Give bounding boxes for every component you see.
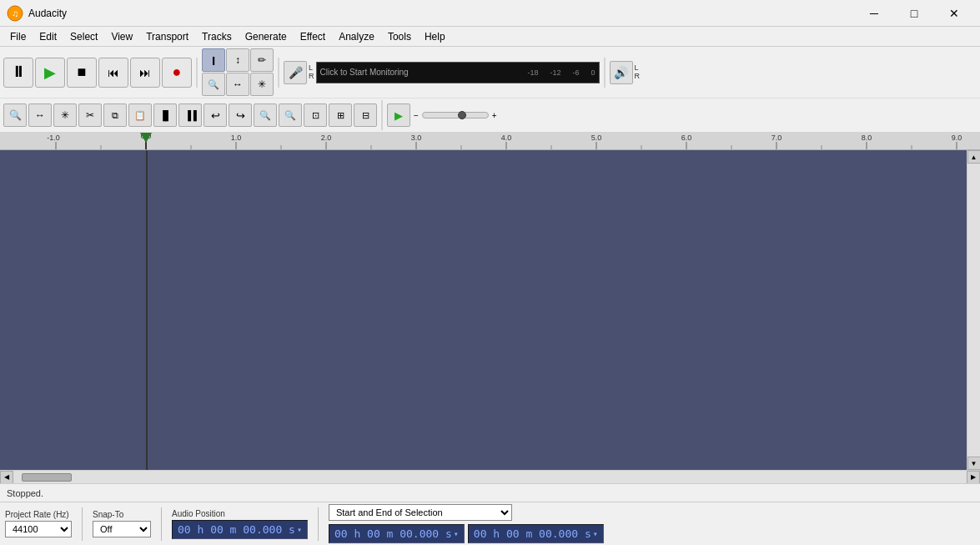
horizontal-scrollbar[interactable]: ◀ ▶: [0, 470, 980, 483]
menubar: File Edit Select View Transport Tracks G…: [0, 27, 980, 47]
cut-button[interactable]: ✂: [78, 103, 102, 127]
fit-project-button[interactable]: ↔: [28, 103, 52, 127]
db-label--12: -12: [550, 68, 560, 77]
svg-text:1.0: 1.0: [231, 134, 242, 142]
multi-tool-button[interactable]: ✳: [250, 73, 274, 96]
db-label-0: 0: [591, 68, 595, 77]
mic-button[interactable]: 🎤: [284, 61, 307, 84]
trim-button[interactable]: ▐▌: [153, 103, 177, 127]
pause-button[interactable]: ⏸: [3, 58, 33, 88]
track-plus-scrollbar: ▲ ▼: [0, 150, 980, 470]
svg-text:9.0: 9.0: [952, 134, 962, 142]
stop-button[interactable]: ■: [67, 58, 97, 88]
db-label--18: -18: [527, 68, 538, 77]
zoom-fit-button[interactable]: ⊞: [329, 103, 352, 127]
pencil-tool-button[interactable]: ✏: [250, 48, 274, 72]
app-window: ♫ Audacity ─ □ ✕ File Edit Select View T…: [0, 0, 980, 545]
lr-label-out: LR: [635, 64, 641, 81]
multi-select-button[interactable]: ✳: [53, 103, 77, 127]
transport-group: ⏸ ▶ ■ ⏮ ⏭ ●: [3, 58, 192, 88]
selection-times: 00 h 00 m 00.000 s ▾ 00 h 00 m 00.000 s …: [329, 524, 975, 543]
selection-end-time: 00 h 00 m 00.000 s: [474, 527, 591, 540]
audio-position-label: Audio Position: [172, 509, 308, 518]
ruler[interactable]: -1.0 0.0 1.0 2.0 3.0 4.0: [0, 132, 980, 150]
zoom-out-button[interactable]: 🔍: [279, 103, 302, 127]
playback-play-button[interactable]: ▶: [387, 103, 410, 127]
scroll-right-arrow[interactable]: ▶: [967, 471, 980, 484]
snap-to-label: Snap-To: [93, 510, 151, 519]
selection-group: Start and End of Selection Start and Len…: [329, 504, 975, 543]
speaker-button[interactable]: 🔊: [610, 61, 633, 84]
svg-text:2.0: 2.0: [321, 134, 332, 142]
separator-4: [381, 100, 383, 130]
copy-button[interactable]: ⧉: [103, 103, 127, 127]
menu-select[interactable]: Select: [63, 29, 104, 44]
project-rate-label: Project Rate (Hz): [5, 510, 72, 519]
zoom-in-button[interactable]: 🔍: [254, 103, 277, 127]
zoom-tool-button[interactable]: 🔍: [202, 73, 225, 96]
menu-effect[interactable]: Effect: [294, 29, 332, 44]
timeshift-tool-button[interactable]: ↔: [226, 73, 249, 96]
svg-text:3.0: 3.0: [411, 134, 422, 142]
menu-view[interactable]: View: [104, 29, 139, 44]
menu-edit[interactable]: Edit: [33, 29, 63, 44]
selection-type-select[interactable]: Start and End of Selection Start and Len…: [329, 504, 512, 521]
zoom-in-view-button[interactable]: 🔍: [3, 103, 27, 127]
svg-text:4.0: 4.0: [501, 134, 512, 142]
menu-generate[interactable]: Generate: [239, 29, 294, 44]
separator-3: [604, 58, 606, 88]
vertical-scrollbar[interactable]: ▲ ▼: [967, 150, 980, 470]
selection-tool-button[interactable]: I: [202, 48, 225, 72]
plus-label: +: [492, 111, 497, 120]
playback-toolbar: ▶ − +: [387, 103, 497, 127]
audio-position-dropdown[interactable]: ▾: [297, 525, 302, 534]
window-controls: ─ □ ✕: [855, 0, 973, 27]
menu-tools[interactable]: Tools: [381, 29, 418, 44]
record-button[interactable]: ●: [162, 58, 192, 88]
selection-end-display[interactable]: 00 h 00 m 00.000 s ▾: [468, 524, 604, 543]
envelope-tool-button[interactable]: ↕: [226, 48, 249, 72]
scroll-track-h[interactable]: [13, 472, 967, 482]
toolbar-row-1: ⏸ ▶ ■ ⏮ ⏭ ● I ↕ ✏ 🔍 ↔ ✳ 🎤 LR: [0, 47, 980, 98]
menu-help[interactable]: Help: [418, 29, 452, 44]
db-label--6: -6: [572, 68, 579, 77]
project-rate-select[interactable]: 44100 22050 48000 96000: [5, 521, 72, 537]
redo-button[interactable]: ↪: [229, 103, 252, 127]
separator-bottom-3: [318, 507, 319, 541]
zoom-sel-button[interactable]: ⊡: [304, 103, 327, 127]
svg-text:8.0: 8.0: [862, 134, 872, 142]
scroll-thumb-h[interactable]: [22, 473, 72, 482]
titlebar: ♫ Audacity ─ □ ✕: [0, 0, 980, 27]
main-area: -1.0 0.0 1.0 2.0 3.0 4.0: [0, 132, 980, 483]
zoom-toggle-button[interactable]: ⊟: [354, 103, 377, 127]
menu-tracks[interactable]: Tracks: [195, 29, 239, 44]
play-button[interactable]: ▶: [35, 58, 65, 88]
close-button[interactable]: ✕: [935, 0, 973, 27]
maximize-button[interactable]: □: [895, 0, 933, 27]
scroll-down-arrow[interactable]: ▼: [967, 457, 981, 470]
recording-meter-bar[interactable]: Click to Start Monitoring -18 -12 -6 0: [316, 62, 600, 83]
edit-toolbar: 🔍 ↔ ✳ ✂ ⧉ 📋 ▐▌ ▐▐ ↩ ↪ 🔍 🔍 ⊡ ⊞ ⊟: [3, 103, 377, 127]
skip-end-button[interactable]: ⏭: [130, 58, 160, 88]
separator-bottom-1: [82, 507, 83, 541]
undo-button[interactable]: ↩: [204, 103, 227, 127]
menu-file[interactable]: File: [3, 29, 33, 44]
selection-end-dropdown[interactable]: ▾: [593, 529, 598, 538]
silence-button[interactable]: ▐▐: [178, 103, 202, 127]
selection-start-dropdown[interactable]: ▾: [454, 529, 459, 538]
skip-start-button[interactable]: ⏮: [98, 58, 128, 88]
click-to-start-label: Click to Start Monitoring: [320, 68, 409, 77]
app-icon: ♫: [7, 5, 23, 22]
audio-position-display[interactable]: 00 h 00 m 00.000 s ▾: [172, 520, 308, 539]
menu-analyze[interactable]: Analyze: [332, 29, 381, 44]
minimize-button[interactable]: ─: [855, 0, 893, 27]
snap-to-select[interactable]: Off Nearest Prior: [93, 521, 151, 537]
toolbar-row-2: 🔍 ↔ ✳ ✂ ⧉ 📋 ▐▌ ▐▐ ↩ ↪ 🔍 🔍 ⊡ ⊞ ⊟ ▶ −: [0, 98, 980, 132]
scroll-left-arrow[interactable]: ◀: [0, 471, 13, 484]
volume-slider[interactable]: [422, 112, 489, 119]
selection-start-display[interactable]: 00 h 00 m 00.000 s ▾: [329, 524, 465, 543]
menu-transport[interactable]: Transport: [139, 29, 195, 44]
project-rate-group: Project Rate (Hz) 44100 22050 48000 9600…: [5, 510, 72, 537]
paste-button[interactable]: 📋: [128, 103, 152, 127]
scroll-up-arrow[interactable]: ▲: [967, 150, 981, 164]
